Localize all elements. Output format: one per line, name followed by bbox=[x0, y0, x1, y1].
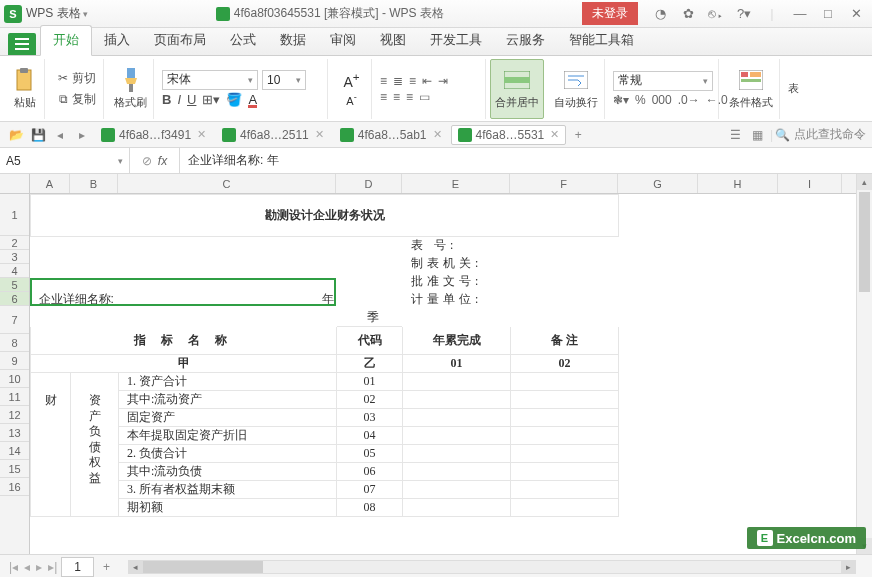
meta-label[interactable]: 计量单位: bbox=[403, 291, 511, 309]
currency-button[interactable]: ❃▾ bbox=[613, 93, 629, 107]
tab-formula[interactable]: 公式 bbox=[218, 26, 268, 55]
align-mid-button[interactable]: ≣ bbox=[393, 74, 403, 88]
close-icon[interactable]: ✕ bbox=[315, 128, 324, 141]
tab-smart[interactable]: 智能工具箱 bbox=[557, 26, 646, 55]
col-code[interactable]: 代码 bbox=[337, 327, 403, 355]
cond-format-button[interactable]: 条件格式 bbox=[723, 59, 780, 119]
row-label[interactable]: 本年提取固定资产折旧 bbox=[119, 427, 337, 445]
col-header[interactable]: E bbox=[402, 174, 510, 193]
percent-button[interactable]: % bbox=[635, 93, 646, 107]
row-code[interactable]: 02 bbox=[337, 391, 403, 409]
col-header[interactable]: A bbox=[30, 174, 70, 193]
col-header[interactable]: I bbox=[778, 174, 842, 193]
add-tab-button[interactable]: + bbox=[568, 125, 588, 145]
font-name-select[interactable]: 宋体▾ bbox=[162, 70, 258, 90]
tab-insert[interactable]: 插入 bbox=[92, 26, 142, 55]
command-search[interactable]: 🔍 点此查找命令 bbox=[775, 126, 866, 143]
doc-tab-3[interactable]: 4f6a8…5531✕ bbox=[451, 125, 567, 145]
subhdr-01[interactable]: 01 bbox=[403, 355, 511, 373]
row-header[interactable]: 2 bbox=[0, 236, 29, 250]
company-name-label[interactable]: 企业详细名称: bbox=[31, 291, 119, 309]
tab-view[interactable]: 视图 bbox=[368, 26, 418, 55]
row-label[interactable]: 期初额 bbox=[119, 499, 337, 517]
data-cell[interactable] bbox=[403, 481, 511, 499]
close-icon[interactable]: ✕ bbox=[550, 128, 559, 141]
tab-cloud[interactable]: 云服务 bbox=[494, 26, 557, 55]
row-label[interactable]: 其中:流动资产 bbox=[119, 391, 337, 409]
data-cell[interactable] bbox=[511, 391, 619, 409]
row-header[interactable]: 14 bbox=[0, 442, 29, 460]
nav-prev-icon[interactable]: ◂ bbox=[50, 125, 70, 145]
font-size-select[interactable]: 10▾ bbox=[262, 70, 306, 90]
doc-tab-0[interactable]: 4f6a8…f3491✕ bbox=[94, 125, 213, 145]
meta-label[interactable]: 制表机关: bbox=[403, 255, 511, 273]
col-header[interactable]: C bbox=[118, 174, 336, 193]
data-cell[interactable] bbox=[511, 373, 619, 391]
data-cell[interactable] bbox=[511, 427, 619, 445]
close-icon[interactable]: ✕ bbox=[197, 128, 206, 141]
row-header[interactable]: 15 bbox=[0, 460, 29, 478]
app-menu-dropdown-icon[interactable]: ▾ bbox=[83, 9, 88, 19]
row-code[interactable]: 06 bbox=[337, 463, 403, 481]
align-top-button[interactable]: ≡ bbox=[380, 74, 387, 88]
merge-across-button[interactable]: ▭ bbox=[419, 90, 430, 104]
row-header[interactable]: 9 bbox=[0, 352, 29, 370]
name-box[interactable]: A5▾ bbox=[0, 148, 130, 173]
align-bot-button[interactable]: ≡ bbox=[409, 74, 416, 88]
window-maximize-button[interactable]: □ bbox=[818, 4, 838, 24]
inc-decimal-button[interactable]: .0→ bbox=[678, 93, 700, 107]
font-color-button[interactable]: A bbox=[248, 92, 257, 108]
data-cell[interactable] bbox=[403, 391, 511, 409]
row-header[interactable]: 13 bbox=[0, 424, 29, 442]
row-code[interactable]: 04 bbox=[337, 427, 403, 445]
save-icon[interactable]: 💾 bbox=[28, 125, 48, 145]
comma-button[interactable]: 000 bbox=[652, 93, 672, 107]
data-cell[interactable] bbox=[403, 427, 511, 445]
row-header[interactable]: 1 bbox=[0, 194, 29, 236]
increase-font-button[interactable]: A+ bbox=[343, 70, 359, 90]
data-cell[interactable] bbox=[403, 445, 511, 463]
vertical-scrollbar[interactable]: ▴ ▾ bbox=[856, 174, 872, 554]
copy-button[interactable]: ⧉复制 bbox=[53, 90, 99, 109]
menu-list-icon[interactable]: ☰ bbox=[726, 125, 746, 145]
cut-button[interactable]: ✂剪切 bbox=[53, 69, 99, 88]
grid-icon[interactable]: ▦ bbox=[748, 125, 768, 145]
nav-next-icon[interactable]: ▸ bbox=[72, 125, 92, 145]
subhdr-02[interactable]: 02 bbox=[511, 355, 619, 373]
quarter-label[interactable]: 季 bbox=[337, 309, 403, 327]
row-label[interactable]: 其中:流动负债 bbox=[119, 463, 337, 481]
row-code[interactable]: 05 bbox=[337, 445, 403, 463]
row-header[interactable]: 10 bbox=[0, 370, 29, 388]
data-cell[interactable] bbox=[403, 373, 511, 391]
open-folder-icon[interactable]: 📂 bbox=[6, 125, 26, 145]
row-header[interactable]: 3 bbox=[0, 250, 29, 264]
row-label[interactable]: 3. 所有者权益期末额 bbox=[119, 481, 337, 499]
data-cell[interactable] bbox=[403, 499, 511, 517]
row-label[interactable]: 固定资产 bbox=[119, 409, 337, 427]
indent-dec-button[interactable]: ⇤ bbox=[422, 74, 432, 88]
align-right-button[interactable]: ≡ bbox=[406, 90, 413, 104]
wrap-text-button[interactable]: 自动换行 bbox=[548, 59, 605, 119]
sheet-title[interactable]: 勘测设计企业财务状况 bbox=[31, 195, 619, 237]
doc-tab-2[interactable]: 4f6a8…5ab1✕ bbox=[333, 125, 449, 145]
col-header[interactable]: H bbox=[698, 174, 778, 193]
align-center-button[interactable]: ≡ bbox=[393, 90, 400, 104]
table-style-button[interactable]: 表 bbox=[784, 81, 803, 96]
window-close-button[interactable]: ✕ bbox=[846, 4, 866, 24]
doc-tab-1[interactable]: 4f6a8…2511✕ bbox=[215, 125, 331, 145]
add-sheet-button[interactable]: + bbox=[95, 558, 118, 576]
row-code[interactable]: 07 bbox=[337, 481, 403, 499]
row-header[interactable]: 12 bbox=[0, 406, 29, 424]
data-cell[interactable] bbox=[403, 463, 511, 481]
fx-icon[interactable]: fx bbox=[158, 154, 167, 168]
scroll-up-icon[interactable]: ▴ bbox=[857, 174, 872, 190]
row-label[interactable]: 1. 资产合计 bbox=[119, 373, 337, 391]
sheet-cells[interactable]: 勘测设计企业财务状况 表 号: 制表机关: 批准文号: 企业详细名称:年计量单位… bbox=[30, 194, 843, 517]
row-header[interactable]: 8 bbox=[0, 334, 29, 352]
indent-inc-button[interactable]: ⇥ bbox=[438, 74, 448, 88]
sheet-nav-prev-icon[interactable]: ◂ bbox=[21, 560, 33, 574]
tab-review[interactable]: 审阅 bbox=[318, 26, 368, 55]
tab-page-layout[interactable]: 页面布局 bbox=[142, 26, 218, 55]
col-header[interactable]: B bbox=[70, 174, 118, 193]
row-code[interactable]: 08 bbox=[337, 499, 403, 517]
